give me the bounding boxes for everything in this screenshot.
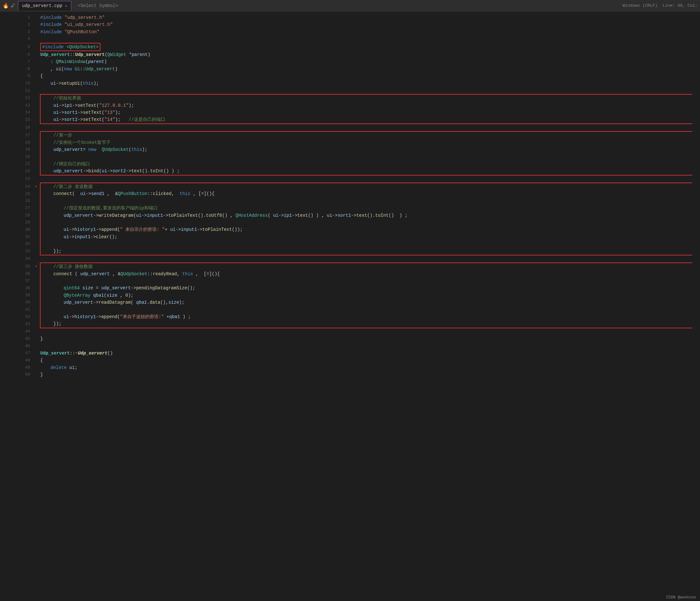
table-row: 48 {: [19, 357, 692, 364]
table-row: 5 #include <QUdpSocket>: [19, 43, 692, 51]
table-row: 19 udp_servert= new QUdpSocket(this);: [19, 146, 692, 153]
active-tab[interactable]: udp_servert.cpp ✕: [18, 1, 71, 10]
table-row: 34: [19, 255, 692, 263]
table-row: 16: [19, 124, 692, 131]
title-bar: 🔥 🖊 udp_servert.cpp ✕ <Select Symbol> Wi…: [0, 0, 700, 11]
table-row: 15 ui->sort2->setText("14"); //这是自己的端口: [19, 116, 692, 123]
table-row: 25 connect( ui->send1 , &QPushButton::cl…: [19, 190, 692, 197]
table-row: 17 //第一步: [19, 131, 692, 139]
table-row: 28 udp_servert->writeDatagram(ui->input1…: [19, 212, 692, 219]
table-row: 47 Udp_servert::~Udp_servert(): [19, 350, 692, 357]
code-area[interactable]: 1 #include "udp_servert.h" 2 #include "u…: [0, 14, 700, 378]
table-row: 38 qint64 size = udp_servert->pendingDat…: [19, 284, 692, 292]
table-row: 11: [19, 87, 692, 94]
table-row: 27 //指定发送的数据,要发送的客户端的ip和端口: [19, 205, 692, 211]
table-row: 44: [19, 328, 692, 335]
table-row: 26: [19, 198, 692, 205]
include-highlight-box: #include <QUdpSocket>: [40, 43, 100, 51]
tab-filename: udp_servert.cpp: [22, 3, 62, 8]
table-row: 2 #include "ui_udp_servert.h": [19, 21, 692, 28]
table-row: 20: [19, 153, 692, 160]
table-row: 30 ui->history1->append(" 来自宗介的密语: "+ ui…: [19, 226, 692, 233]
table-row: 41: [19, 306, 692, 313]
table-row: 32: [19, 241, 692, 247]
feather-icon: 🖊: [11, 3, 15, 8]
table-row: 42 ui->history1->append("来自于波妞的密语:" +qba…: [19, 313, 692, 320]
table-row: 45 }: [19, 335, 692, 342]
table-row: 43 });: [19, 320, 692, 328]
table-row: 12 //初始化界面: [19, 94, 692, 102]
title-bar-icons: 🔥 🖊: [3, 3, 15, 9]
table-row: 49 delete ui;: [19, 364, 692, 371]
table-row: 23: [19, 175, 692, 183]
select-symbol[interactable]: <Select Symbol>: [74, 2, 122, 9]
table-row: 6 Udp_servert::Udp_servert(QWidget *pare…: [19, 51, 692, 58]
code-lines: 1 #include "udp_servert.h" 2 #include "u…: [19, 14, 692, 378]
title-bar-right: Windows (CRLF) Line: 48, Col:: [623, 3, 697, 8]
table-row: 46: [19, 343, 692, 350]
table-row: 31 ui->input1->clear();: [19, 233, 692, 241]
table-row: 14 ui->sort1->setText("13");: [19, 109, 692, 116]
table-row: 39 QByteArray qba1(size , 0);: [19, 292, 692, 299]
table-row: 10 ui->setupUi(this);: [19, 80, 692, 87]
table-row: 8 , ui(new Ui::Udp_servert): [19, 66, 692, 73]
table-row: 50 }: [19, 371, 692, 378]
table-row: 33 });: [19, 248, 692, 255]
table-row: 37: [19, 277, 692, 284]
table-row: 22 udp_servert->bind(ui->sort2->text().t…: [19, 168, 692, 175]
table-row: 1 #include "udp_servert.h": [19, 14, 692, 21]
table-row: 24 ▾ //第二步 发送数据: [19, 183, 692, 190]
table-row: 3 #include "QPushButton": [19, 28, 692, 35]
table-row: 9 {: [19, 73, 692, 80]
tab-close-button[interactable]: ✕: [65, 3, 67, 8]
attribution: CSDN @weeksoo: [666, 595, 696, 600]
flame-icon: 🔥: [3, 3, 9, 9]
table-row: 36 connect ( udp_servert , &QUdpSocket::…: [19, 271, 692, 277]
table-row: 7 : QMainWindow(parent): [19, 58, 692, 65]
table-row: 29: [19, 219, 692, 226]
table-row: 35 ▾ //第三步 接收数据: [19, 263, 692, 270]
table-row: 18 //实例化一个Scoket套节子: [19, 139, 692, 146]
table-row: 40 udp_servert->readDatagram( qba1.data(…: [19, 299, 692, 306]
line-endings: Windows (CRLF): [623, 3, 657, 8]
table-row: 4: [19, 35, 692, 43]
table-row: 13 ui->ip1->setText("127.0.0.1");: [19, 102, 692, 109]
editor: 1 #include "udp_servert.h" 2 #include "u…: [0, 11, 700, 381]
table-row: 21 //绑定自己的端口: [19, 160, 692, 168]
cursor-position: Line: 48, Col:: [662, 3, 697, 8]
status-bar: CSDN @weeksoo: [662, 594, 700, 601]
